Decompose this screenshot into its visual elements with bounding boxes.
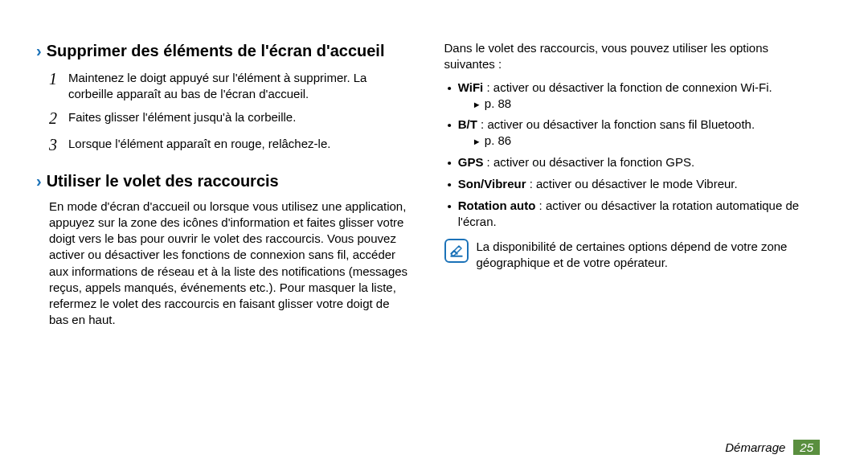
step-number: 3 <box>49 134 60 156</box>
section-2-heading: › Utiliser le volet des raccourcis <box>36 170 412 192</box>
section-1-heading: › Supprimer des éléments de l'écran d'ac… <box>36 40 412 62</box>
right-intro: Dans le volet des raccourcis, vous pouve… <box>444 40 821 73</box>
list-item: • WiFi : activer ou désactiver la foncti… <box>444 80 821 113</box>
list-item: • B/T : activer ou désactiver la fonctio… <box>444 117 821 149</box>
list-item: • Son/Vibreur : activer ou désactiver le… <box>444 176 821 193</box>
bullet-icon: • <box>448 198 452 231</box>
step-text: Maintenez le doigt appuyé sur l'élément … <box>68 68 412 103</box>
section-2-paragraph: En mode d'écran d'accueil ou lorsque vou… <box>36 199 412 329</box>
footer-section-label: Démarrage <box>725 440 785 454</box>
list-item: • GPS : activer ou désactiver la fonctio… <box>444 154 821 171</box>
note-row: La disponibilité de certaines options dé… <box>444 237 821 272</box>
page-ref: ► p. 88 <box>458 96 820 112</box>
bullet-icon: • <box>448 80 452 113</box>
bullet-icon: • <box>448 154 452 171</box>
footer-page-number: 25 <box>793 440 820 455</box>
step-row: 2 Faites glisser l'élément jusqu'à la co… <box>36 108 412 129</box>
page-ref: ► p. 86 <box>458 133 820 149</box>
list-item-text: Son/Vibreur : activer ou désactiver le m… <box>458 176 820 193</box>
chevron-icon: › <box>36 173 42 189</box>
step-number: 1 <box>49 68 60 103</box>
bullet-icon: • <box>448 117 452 149</box>
chevron-icon: › <box>36 43 42 59</box>
bullet-icon: • <box>448 176 452 193</box>
left-column: › Supprimer des éléments de l'écran d'ac… <box>36 40 412 337</box>
step-text: Lorsque l'élément apparaît en rouge, rel… <box>68 134 412 156</box>
step-row: 1 Maintenez le doigt appuyé sur l'élémen… <box>36 68 412 103</box>
step-number: 2 <box>49 108 60 129</box>
section-1-title: Supprimer des éléments de l'écran d'accu… <box>47 40 385 62</box>
list-item-text: B/T : activer ou désactiver la fonction … <box>458 117 820 149</box>
list-item-text: GPS : activer ou désactiver la fonction … <box>458 154 820 171</box>
step-row: 3 Lorsque l'élément apparaît en rouge, r… <box>36 134 412 156</box>
right-column: Dans le volet des raccourcis, vous pouve… <box>444 40 821 337</box>
section-2-title: Utiliser le volet des raccourcis <box>47 170 279 192</box>
list-item-text: WiFi : activer ou désactiver la fonction… <box>458 80 820 113</box>
note-icon <box>444 239 469 263</box>
note-text: La disponibilité de certaines options dé… <box>477 237 821 272</box>
step-text: Faites glisser l'élément jusqu'à la corb… <box>68 108 412 129</box>
list-item: • Rotation auto : activer ou désactiver … <box>444 198 821 231</box>
page-footer: Démarrage 25 <box>725 440 820 455</box>
list-item-text: Rotation auto : activer ou désactiver la… <box>458 198 820 231</box>
